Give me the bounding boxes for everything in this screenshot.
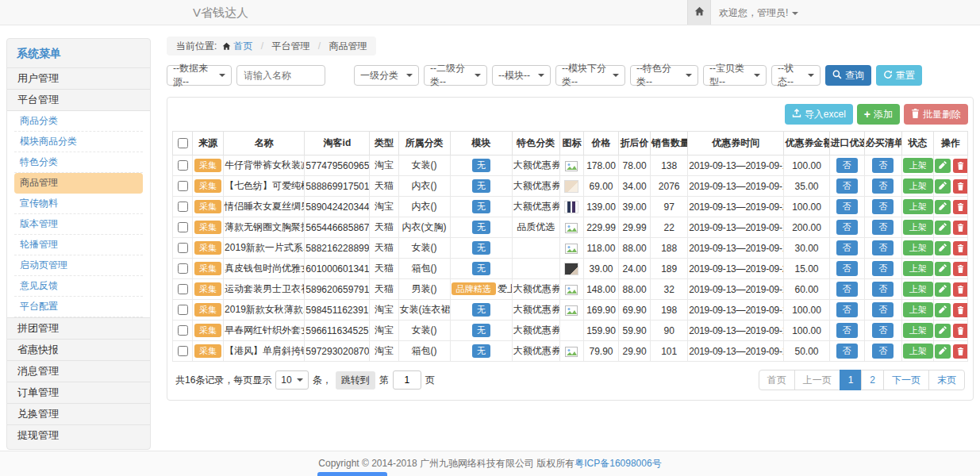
status-badge[interactable]: 上架 (903, 240, 933, 255)
row-checkbox[interactable] (178, 202, 188, 212)
pager-page-1[interactable]: 1 (840, 370, 863, 390)
row-checkbox[interactable] (178, 325, 188, 336)
sidebar-item-splash-mgmt[interactable]: 启动页管理 (14, 255, 143, 276)
delete-button[interactable] (953, 200, 968, 214)
pager-prev[interactable]: 上一页 (794, 370, 840, 390)
pager-next[interactable]: 下一页 (883, 370, 929, 390)
imported-toggle[interactable]: 否 (836, 261, 858, 275)
status-badge[interactable]: 上架 (903, 199, 933, 213)
status-badge[interactable]: 上架 (903, 178, 933, 193)
row-checkbox[interactable] (178, 160, 188, 171)
source-filter-select[interactable]: --数据来源-- (167, 65, 232, 86)
jump-button[interactable]: 跳转到 (336, 371, 375, 390)
status-badge[interactable]: 上架 (903, 220, 933, 234)
imported-toggle[interactable]: 否 (836, 240, 858, 255)
add-button[interactable]: +添加 (857, 104, 900, 125)
batch-delete-button[interactable]: 批量删除 (904, 104, 968, 125)
row-checkbox[interactable] (178, 305, 188, 315)
row-checkbox[interactable] (178, 346, 188, 356)
mustbuy-toggle[interactable]: 否 (872, 158, 894, 172)
delete-button[interactable] (953, 221, 968, 235)
sidebar-item-promo-material[interactable]: 宣传物料 (14, 194, 143, 214)
status-badge[interactable]: 上架 (903, 302, 933, 317)
breadcrumb-home-link[interactable]: 首页 (233, 40, 252, 52)
mustbuy-toggle[interactable]: 否 (872, 323, 894, 337)
imported-toggle[interactable]: 否 (836, 344, 858, 358)
edit-button[interactable] (935, 200, 951, 214)
sidebar-item-feature-category[interactable]: 特色分类 (14, 152, 143, 173)
sidebar-item-goods-mgmt-active[interactable]: 商品管理 (14, 173, 143, 194)
row-checkbox[interactable] (178, 181, 188, 191)
feature-filter-select[interactable]: --特色分类-- (630, 65, 698, 86)
sidebar-item-carousel-mgmt[interactable]: 轮播管理 (14, 235, 143, 255)
sidebar-item-user-mgmt[interactable]: 用户管理 (7, 67, 150, 89)
name-search-input[interactable] (236, 65, 325, 86)
icp-link[interactable]: 粤ICP备16098006号 (575, 458, 661, 469)
import-excel-button[interactable]: 导入excel (785, 104, 853, 125)
status-badge[interactable]: 上架 (903, 344, 933, 358)
status-filter-select[interactable]: --状态-- (771, 65, 821, 86)
bottom-scrollbar[interactable] (317, 472, 387, 476)
row-checkbox[interactable] (178, 243, 188, 253)
sidebar-item-module-goods-category[interactable]: 模块商品分类 (14, 132, 143, 152)
mustbuy-toggle[interactable]: 否 (872, 282, 894, 296)
sidebar-item-version-mgmt[interactable]: 版本管理 (14, 214, 143, 235)
delete-button[interactable] (953, 159, 968, 173)
sidebar-item-platform-config[interactable]: 平台配置 (14, 297, 143, 317)
imported-toggle[interactable]: 否 (836, 282, 858, 296)
mustbuy-toggle[interactable]: 否 (872, 240, 894, 255)
reset-button[interactable]: 重置 (876, 65, 922, 86)
cat2-filter-select[interactable]: --二级分类-- (424, 65, 487, 86)
edit-button[interactable] (935, 282, 951, 297)
row-checkbox[interactable] (178, 284, 188, 294)
delete-button[interactable] (953, 241, 968, 255)
user-menu[interactable]: 欢迎您，管理员! (719, 0, 798, 25)
pager-page-2[interactable]: 2 (861, 370, 884, 390)
per-page-select[interactable]: 10 (275, 370, 308, 390)
module-filter-select[interactable]: --模块-- (492, 65, 551, 86)
sidebar-item-message-mgmt[interactable]: 消息管理 (7, 360, 150, 382)
edit-button[interactable] (935, 324, 951, 338)
row-checkbox[interactable] (178, 263, 188, 274)
row-checkbox[interactable] (178, 222, 188, 232)
mustbuy-toggle[interactable]: 否 (872, 220, 894, 234)
edit-button[interactable] (935, 344, 951, 359)
sidebar-item-express-news[interactable]: 省惠快报 (7, 339, 150, 360)
sidebar-item-goods-category[interactable]: 商品分类 (14, 111, 143, 132)
home-button[interactable] (687, 0, 711, 25)
delete-button[interactable] (953, 303, 968, 317)
sidebar-item-feedback[interactable]: 意见反馈 (14, 276, 143, 297)
delete-button[interactable] (953, 262, 968, 276)
delete-button[interactable] (953, 344, 968, 359)
imported-toggle[interactable]: 否 (836, 302, 858, 317)
mustbuy-toggle[interactable]: 否 (872, 199, 894, 213)
delete-button[interactable] (953, 179, 968, 194)
edit-button[interactable] (935, 241, 951, 255)
sidebar-item-platform-mgmt[interactable]: 平台管理 (7, 89, 150, 110)
mustbuy-toggle[interactable]: 否 (872, 302, 894, 317)
delete-button[interactable] (953, 282, 968, 297)
select-all-checkbox[interactable] (178, 138, 188, 148)
edit-button[interactable] (935, 262, 951, 276)
sidebar-item-exchange-mgmt[interactable]: 兑换管理 (7, 403, 150, 424)
sidebar-item-partial[interactable]: 提现管理 (7, 424, 150, 446)
edit-button[interactable] (935, 179, 951, 194)
delete-button[interactable] (953, 324, 968, 338)
edit-button[interactable] (935, 221, 951, 235)
imported-toggle[interactable]: 否 (836, 178, 858, 193)
imported-toggle[interactable]: 否 (836, 220, 858, 234)
edit-button[interactable] (935, 159, 951, 173)
item-type-filter-select[interactable]: --宝贝类型-- (703, 65, 767, 86)
sidebar-item-group-buy[interactable]: 拼团管理 (7, 317, 150, 339)
sidebar-item-order-mgmt[interactable]: 订单管理 (7, 382, 150, 403)
status-badge[interactable]: 上架 (903, 261, 933, 275)
mustbuy-toggle[interactable]: 否 (872, 178, 894, 193)
status-badge[interactable]: 上架 (903, 323, 933, 337)
imported-toggle[interactable]: 否 (836, 158, 858, 172)
status-badge[interactable]: 上架 (903, 282, 933, 296)
imported-toggle[interactable]: 否 (836, 323, 858, 337)
query-button[interactable]: 查询 (825, 65, 871, 86)
cat1-filter-select[interactable]: 一级分类 (354, 65, 419, 86)
status-badge[interactable]: 上架 (903, 158, 933, 172)
pager-first[interactable]: 首页 (759, 370, 795, 390)
